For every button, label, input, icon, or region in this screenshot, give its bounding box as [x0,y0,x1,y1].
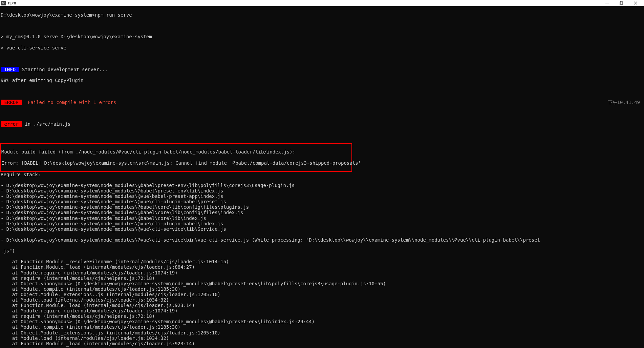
app-icon: C:\ [1,1,6,5]
error-line: ERROR Failed to compile with 1 errors下午1… [0,100,644,105]
trace-line: at require (internal/modules/cjs/helpers… [0,275,644,281]
info-text: Starting development server... [19,67,108,72]
trace-line: at Function.Module._resolveFilename (int… [0,259,644,264]
window-titlebar: C:\ npm [0,0,644,6]
terminal-output[interactable]: D:\desktop\wowjoy\examine-system>npm run… [0,6,644,348]
blank-line [0,132,644,138]
maximize-button[interactable] [616,0,626,6]
svg-rect-1 [620,2,622,5]
prompt-line: D:\desktop\wowjoy\examine-system>npm run… [0,12,644,18]
stack-line: - D:\desktop\wowjoy\examine-system\node_… [0,204,644,210]
minimize-button[interactable] [602,0,612,6]
stack-trace-list: at Function.Module._resolveFilename (int… [0,259,644,346]
stack-line: - D:\desktop\wowjoy\examine-system\node_… [0,193,644,199]
trace-line: at Object.Module._extensions..js (intern… [0,292,644,297]
blank-line [0,56,644,61]
trace-line: at Object.<anonymous> (D:\desktop\wowjoy… [0,281,644,286]
blank-line [0,23,644,28]
close-button[interactable] [630,0,641,6]
boxed-error-line: Module build failed (from ./node_modules… [1,149,351,155]
error-file-text: in ./src/main.js [22,121,70,127]
output-line: > vue-cli-service serve [0,45,644,50]
stack-line: - D:\desktop\wowjoy\examine-system\node_… [0,221,644,226]
stack-line: - D:\desktop\wowjoy\examine-system\node_… [0,188,644,193]
close-icon [634,1,637,5]
stack-line: - D:\desktop\wowjoy\examine-system\node_… [0,210,644,215]
trace-line: at Module._compile (internal/modules/cjs… [0,324,644,330]
titlebar-left: C:\ npm [1,1,16,5]
stack-line: - D:\desktop\wowjoy\examine-system\node_… [0,226,644,232]
trace-line: at Module.load (internal/modules/cjs/loa… [0,297,644,303]
stack-line: - D:\desktop\wowjoy\examine-system\node_… [0,237,644,243]
require-stack-header: Require stack: [0,172,644,177]
trace-line: at Module.require (internal/modules/cjs/… [0,270,644,275]
trace-line: at Function.Module._load (internal/modul… [0,303,644,308]
maximize-icon [620,1,623,5]
output-line: > my_cms@0.1.0 serve D:\desktop\wowjoy\e… [0,34,644,39]
trace-line: at Module._compile (internal/modules/cjs… [0,286,644,292]
trace-line: at Module.load (internal/modules/cjs/loa… [0,335,644,341]
stack-line: - D:\desktop\wowjoy\examine-system\node_… [0,183,644,188]
boxed-error-line: Error: [BABEL] D:\desktop\wowjoy\examine… [1,160,351,166]
error-file-line: error in ./src/main.js [0,121,644,127]
require-stack-list: - D:\desktop\wowjoy\examine-system\node_… [0,183,644,232]
stack-line: - D:\desktop\wowjoy\examine-system\node_… [0,216,644,221]
trace-line: at require (internal/modules/cjs/helpers… [0,313,644,319]
window-controls [602,0,641,6]
error-badge: ERROR [1,100,22,105]
error-message: Failed to compile with 1 errors [22,100,116,105]
svg-rect-2 [620,1,623,4]
minimize-icon [605,1,609,5]
trace-line: at Object.Module._extensions..js (intern… [0,330,644,335]
blank-line [0,88,644,94]
trace-line: at Function.Module._load (internal/modul… [0,264,644,270]
stack-line: .js") [0,248,644,253]
error-highlight-box: Module build failed (from ./node_modules… [0,143,352,171]
blank-line [0,110,644,116]
window-title: npm [8,1,16,5]
progress-line: 98% after emitting CopyPlugin [0,78,644,83]
info-line: INFO Starting development server... [0,67,644,72]
trace-line: at Function.Module._load (internal/modul… [0,341,644,346]
trace-line: at Object.<anonymous> (D:\desktop\wowjoy… [0,319,644,324]
info-badge: INFO [1,67,19,72]
timestamp: 下午10:41:49 [608,100,640,105]
error-badge: error [1,121,22,127]
trace-line: at Module.require (internal/modules/cjs/… [0,308,644,313]
stack-line: - D:\desktop\wowjoy\examine-system\node_… [0,199,644,204]
